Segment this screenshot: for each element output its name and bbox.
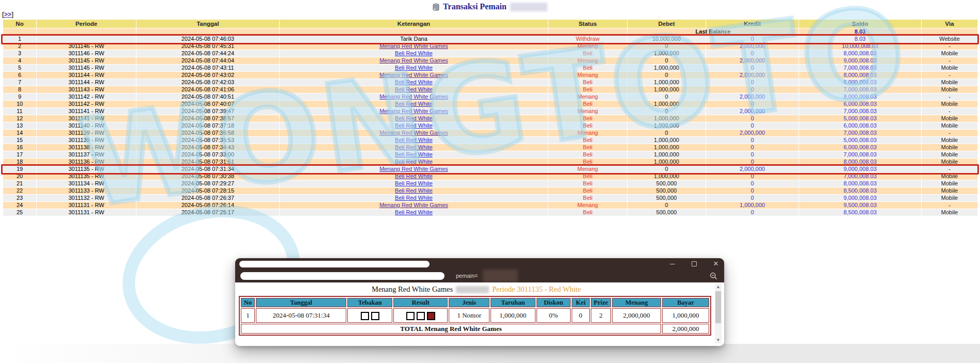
cell-no: 2 [3, 43, 37, 50]
cell-via: Mobile [922, 115, 978, 122]
player-name-redacted [510, 3, 547, 11]
keterangan-link[interactable]: Beli Red White [395, 144, 433, 150]
keterangan-link[interactable]: Beli Red White [395, 79, 433, 85]
cell-keterangan: Beli Red White [280, 101, 548, 108]
keterangan-link[interactable]: Menang Red White Games [379, 57, 448, 64]
cell-tanggal: 2024-05-08 07:29:27 [136, 180, 280, 187]
cell-debet: 0 [627, 72, 706, 79]
cell-kredit: 0 [706, 115, 799, 122]
cell-periode: 3011137 - RW [37, 151, 136, 159]
keterangan-link[interactable]: Menang Red White Games [379, 130, 448, 136]
back-link[interactable]: [>>] [2, 11, 13, 18]
table-header-row: No Periode Tanggal Keterangan Status Deb… [3, 20, 978, 28]
browser-tab-redacted[interactable] [239, 261, 430, 267]
cell-via: Mobile [922, 65, 978, 72]
cell-saldo: 7,000,008.03 [799, 130, 922, 137]
col-header-no: No [3, 20, 37, 28]
cell-status: Withdraw [548, 36, 627, 43]
cell-tanggal: 2024-05-08 07:38:57 [136, 115, 280, 122]
white-box-icon [361, 312, 369, 320]
popup-scrollbar[interactable]: ▲ ▼ [715, 284, 722, 343]
cell-via: Mobile [922, 187, 978, 195]
detail-total-value: 2,000,000 [662, 324, 709, 334]
keterangan-link[interactable]: Menang Red White Games [379, 43, 448, 49]
detail-col-prize: Prize [591, 298, 611, 307]
cell-no: 19 [3, 166, 37, 173]
keterangan-link[interactable]: Menang Red White Games [379, 202, 448, 208]
cell-saldo: 8,000,008.03 [799, 159, 922, 166]
cell-kredit: 0 [706, 79, 799, 86]
cell-via: - [922, 93, 978, 101]
cell-keterangan: Menang Red White Games [280, 166, 548, 173]
close-button[interactable]: ✕ [713, 261, 719, 267]
keterangan-link[interactable]: Menang Red White Games [379, 108, 448, 114]
cell-keterangan: Menang Red White Games [280, 43, 548, 50]
cell-via: - [922, 108, 978, 115]
back-link-arrows[interactable]: >> [4, 11, 11, 18]
page-title: Transaksi Pemain [443, 2, 507, 11]
keterangan-link[interactable]: Menang Red White Games [379, 72, 448, 78]
cell-via: Mobile [922, 86, 978, 93]
keterangan-link[interactable]: Beli Red White [395, 195, 433, 201]
cell-status: Beli [548, 180, 627, 187]
cell-keterangan: Beli Red White [280, 144, 548, 151]
cell-status: Menang [548, 93, 627, 101]
zoom-icon[interactable] [710, 272, 717, 280]
table-row: 33011146 - RW2024-05-08 07:44:24Beli Red… [3, 50, 978, 57]
popup-titlebar: ✕ [235, 258, 724, 270]
cell-no: 9 [3, 93, 37, 101]
keterangan-link[interactable]: Beli Red White [395, 137, 433, 143]
cell-via: - [922, 72, 978, 79]
keterangan-link[interactable]: Beli Red White [395, 122, 433, 129]
white-box-icon [371, 312, 379, 320]
cell-via: Website [922, 36, 978, 43]
cell-debet: 0 [627, 202, 706, 209]
cell-saldo: 6,000,008.03 [799, 122, 922, 130]
cell-status: Beli [548, 173, 627, 180]
table-row: 223011133 - RW2024-05-08 07:28:15Beli Re… [3, 187, 978, 195]
keterangan-link[interactable]: Beli Red White [395, 159, 433, 165]
cell-saldo: 7,000,008.03 [799, 86, 922, 93]
col-header-periode: Periode [37, 20, 136, 28]
cell-keterangan: Beli Red White [280, 115, 548, 122]
address-field-redacted[interactable] [240, 272, 445, 280]
cell-status: Beli [548, 86, 627, 93]
cell-tanggal: 2024-05-08 07:40:07 [136, 101, 280, 108]
keterangan-link[interactable]: Beli Red White [395, 209, 433, 215]
col-header-keterangan: Keterangan [280, 20, 548, 28]
col-header-saldo: Saldo [799, 20, 922, 28]
keterangan-link[interactable]: Beli Red White [395, 65, 433, 71]
cell-kredit: 1,000,000 [706, 202, 799, 209]
keterangan-link[interactable]: Menang Red White Games [379, 93, 448, 100]
keterangan-link[interactable]: Beli Red White [395, 173, 433, 179]
cell-saldo: 8,000,008.03 [799, 72, 922, 79]
cell-via: Mobile [922, 101, 978, 108]
keterangan-link[interactable]: Beli Red White [395, 180, 433, 186]
cell-periode: 3011139 - RW [37, 137, 136, 144]
cell-status: Beli [548, 50, 627, 57]
cell-saldo: 8,500,008.03 [799, 209, 922, 216]
cell-saldo: 7,000,008.03 [799, 108, 922, 115]
keterangan-link[interactable]: Beli Red White [395, 115, 433, 121]
table-row: 23011146 - RW2024-05-08 07:45:31Menang R… [3, 43, 978, 50]
cell-debet: 0 [627, 57, 706, 65]
keterangan-link[interactable]: Beli Red White [395, 50, 433, 56]
keterangan-link[interactable]: Beli Red White [395, 86, 433, 92]
keterangan-link[interactable]: Beli Red White [395, 187, 433, 194]
scrollbar-thumb[interactable] [715, 291, 721, 323]
cell-saldo: 8.03 [799, 36, 922, 43]
cell-tanggal: 2024-05-08 07:30:38 [136, 173, 280, 180]
detail-col-kei: Kei [572, 298, 590, 307]
cell-saldo: 5,000,008.03 [799, 115, 922, 122]
table-row: 153011139 - RW2024-05-08 07:35:53Beli Re… [3, 137, 978, 144]
cell-tanggal: 2024-05-08 07:25:17 [136, 209, 280, 216]
table-row: 243011131 - RW2024-05-08 07:26:14Menang … [3, 202, 978, 209]
keterangan-link[interactable]: Menang Red White Games [379, 166, 448, 172]
keterangan-link[interactable]: Beli Red White [395, 101, 433, 107]
scroll-down-icon[interactable]: ▼ [715, 337, 722, 343]
minimize-button[interactable] [669, 261, 676, 267]
keterangan-link[interactable]: Beli Red White [395, 151, 433, 157]
cell-via: Mobile [922, 50, 978, 57]
scroll-up-icon[interactable]: ▲ [715, 284, 722, 290]
maximize-button[interactable] [691, 261, 697, 267]
